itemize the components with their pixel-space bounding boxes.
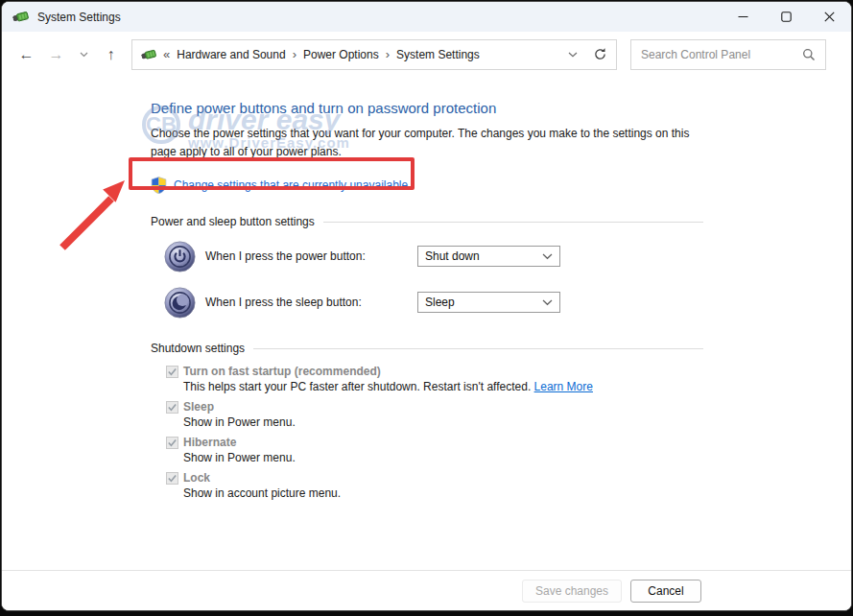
address-bar[interactable]: « Hardware and Sound › Power Options › S…: [131, 39, 617, 70]
cancel-button[interactable]: Cancel: [630, 580, 701, 603]
recent-pages-button[interactable]: [71, 40, 96, 69]
system-settings-window: System Settings ← → ↑: [1, 1, 852, 611]
maximize-button[interactable]: [765, 2, 808, 32]
forward-icon: →: [49, 46, 64, 63]
power-sleep-section-title: Power and sleep button settings: [151, 215, 315, 228]
hibernate-option-label: Hibernate: [183, 436, 236, 449]
power-options-breadcrumb-icon: [141, 47, 156, 62]
up-button[interactable]: ↑: [96, 40, 126, 69]
fast-startup-desc: This helps start your PC faster after sh…: [183, 380, 703, 393]
save-changes-button[interactable]: Save changes: [522, 580, 622, 603]
window-title: System Settings: [37, 11, 121, 24]
lock-option-label: Lock: [183, 471, 210, 485]
sleep-checkbox[interactable]: [166, 401, 178, 414]
fast-startup-label: Turn on fast startup (recommended): [183, 365, 381, 378]
hibernate-option: Hibernate Show in Power menu.: [151, 436, 703, 464]
maximize-icon: [781, 12, 792, 22]
uac-link-row[interactable]: Change settings that are currently unava…: [151, 174, 703, 197]
forward-button[interactable]: →: [41, 40, 71, 69]
fast-startup-desc-text: This helps start your PC faster after sh…: [183, 380, 534, 393]
up-icon: ↑: [107, 46, 115, 63]
close-icon: [824, 12, 835, 22]
breadcrumb-collapse-icon[interactable]: «: [162, 47, 171, 61]
window-controls: [722, 2, 851, 32]
chevron-down-icon: [542, 253, 553, 260]
annotation-arrow-icon: [50, 173, 138, 259]
refresh-icon[interactable]: [593, 47, 607, 61]
check-icon: [167, 473, 178, 484]
shutdown-section-title: Shutdown settings: [151, 342, 245, 355]
minimize-icon: [738, 12, 748, 22]
sleep-option: Sleep Show in Power menu.: [151, 400, 703, 429]
breadcrumb-system-settings[interactable]: System Settings: [396, 48, 480, 61]
address-dropdown-icon[interactable]: [568, 52, 578, 58]
shutdown-section-header: Shutdown settings: [151, 342, 703, 355]
power-button-select-value: Shut down: [425, 249, 480, 263]
uac-shield-icon: [151, 177, 167, 194]
breadcrumb-hardware-and-sound[interactable]: Hardware and Sound: [177, 48, 285, 61]
search-box[interactable]: [630, 39, 826, 70]
change-settings-link[interactable]: Change settings that are currently unava…: [174, 178, 408, 192]
main-column: Define power buttons and turn on passwor…: [151, 77, 703, 500]
lock-option-desc: Show in account picture menu.: [183, 486, 703, 500]
fast-startup-checkbox[interactable]: [166, 366, 178, 378]
sleep-button-select-value: Sleep: [425, 296, 455, 309]
lock-option: Lock Show in account picture menu.: [151, 471, 703, 500]
back-button[interactable]: ←: [12, 40, 41, 69]
breadcrumb-separator-icon: ›: [385, 47, 391, 61]
section-divider: [323, 222, 703, 223]
page-content: CB driver easy www.DriverEasy.com Define…: [2, 77, 851, 570]
power-button-row: When I press the power button: Shut down: [151, 238, 703, 274]
back-icon: ←: [19, 46, 35, 63]
footer-bar: Save changes Cancel: [2, 570, 851, 610]
sleep-button-row: When I press the sleep button: Sleep: [151, 284, 703, 320]
search-input[interactable]: [641, 48, 802, 61]
power-options-app-icon: [12, 9, 29, 25]
sleep-button-label: When I press the sleep button:: [205, 296, 370, 309]
section-divider: [253, 348, 703, 349]
sleep-button-select[interactable]: Sleep: [417, 292, 560, 313]
hibernate-option-desc: Show in Power menu.: [183, 451, 703, 464]
lock-checkbox[interactable]: [166, 472, 178, 485]
power-button-icon: [164, 241, 196, 272]
power-sleep-section-header: Power and sleep button settings: [151, 215, 703, 228]
minimize-button[interactable]: [722, 2, 765, 32]
check-icon: [167, 402, 178, 413]
learn-more-link[interactable]: Learn More: [534, 380, 593, 393]
sleep-button-icon: [164, 287, 196, 319]
sleep-option-label: Sleep: [183, 400, 214, 414]
hibernate-checkbox[interactable]: [166, 437, 178, 449]
close-button[interactable]: [808, 2, 851, 32]
breadcrumb-separator-icon: ›: [292, 47, 297, 61]
chevron-down-icon: [80, 52, 88, 58]
intro-text: Choose the power settings that you want …: [151, 125, 705, 160]
title-bar: System Settings: [2, 2, 851, 32]
power-button-label: When I press the power button:: [205, 249, 370, 263]
fast-startup-option: Turn on fast startup (recommended) This …: [151, 365, 703, 393]
navigation-bar: ← → ↑ « Hardware and Sound › Power O: [2, 32, 851, 77]
page-title: Define power buttons and turn on passwor…: [151, 100, 703, 116]
power-button-select[interactable]: Shut down: [417, 246, 560, 267]
chevron-down-icon: [542, 299, 553, 306]
sleep-option-desc: Show in Power menu.: [183, 415, 703, 429]
search-icon[interactable]: [802, 48, 816, 61]
check-icon: [167, 438, 178, 448]
breadcrumb-power-options[interactable]: Power Options: [303, 48, 379, 61]
check-icon: [167, 367, 178, 377]
